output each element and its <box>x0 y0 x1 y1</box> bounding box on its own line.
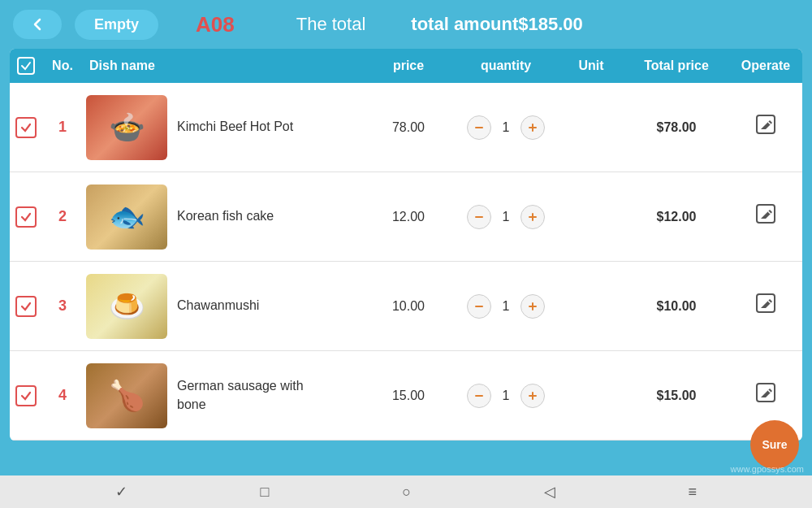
total-label: The total <box>296 14 366 35</box>
operate-cell-2[interactable] <box>729 202 802 231</box>
row-checkbox-1[interactable] <box>10 117 42 138</box>
row-checkbox-3[interactable] <box>10 296 42 317</box>
sure-button[interactable]: Sure <box>750 420 799 469</box>
edit-icon-4[interactable] <box>754 381 777 410</box>
qty-cell-1: 1 <box>453 115 559 140</box>
row-number-3: 3 <box>42 297 83 315</box>
qty-value-2: 1 <box>496 210 516 224</box>
qty-decrease-4[interactable] <box>467 384 491 408</box>
row-checkbox-4[interactable] <box>10 385 42 406</box>
total-price-cell-1: $78.00 <box>624 120 729 135</box>
qty-value-4: 1 <box>496 389 516 403</box>
table-row: 2 🐟 Korean fish cake 12.00 1 $12.00 <box>10 172 802 262</box>
header-operate: Operate <box>729 59 802 73</box>
header-price: price <box>364 59 453 73</box>
food-emoji-2: 🐟 <box>109 200 145 234</box>
header-quantity: quantity <box>453 59 559 73</box>
operate-cell-1[interactable] <box>729 113 802 141</box>
table-row: 1 🍲 Kimchi Beef Hot Pot 78.00 1 $78.00 <box>10 83 802 172</box>
qty-decrease-3[interactable] <box>467 294 491 319</box>
qty-cell-3: 1 <box>453 294 559 319</box>
food-emoji-4: 🍗 <box>109 379 145 413</box>
nav-menu[interactable]: ≡ <box>689 484 698 501</box>
qty-value-3: 1 <box>496 299 516 314</box>
operate-cell-3[interactable] <box>729 292 802 320</box>
qty-value-1: 1 <box>496 120 516 135</box>
food-emoji-1: 🍲 <box>109 111 145 145</box>
row-number-1: 1 <box>42 119 83 136</box>
nav-square[interactable]: □ <box>261 484 270 501</box>
dish-image-4: 🍗 <box>86 363 167 428</box>
table-body: 1 🍲 Kimchi Beef Hot Pot 78.00 1 $78.00 <box>10 83 802 441</box>
order-table: No. Dish name price quantity Unit Total … <box>10 49 802 441</box>
total-price-cell-4: $15.00 <box>624 389 729 403</box>
qty-cell-4: 1 <box>453 384 559 408</box>
dish-image-2: 🐟 <box>86 185 167 250</box>
dish-image-1: 🍲 <box>86 95 167 160</box>
dish-info-3: 🍮 Chawanmushi <box>83 274 364 339</box>
dish-info-2: 🐟 Korean fish cake <box>83 185 364 250</box>
header-no: No. <box>42 59 83 73</box>
header-total-price: Total price <box>624 59 729 73</box>
food-emoji-3: 🍮 <box>109 289 145 323</box>
qty-increase-1[interactable] <box>520 115 545 140</box>
price-cell-3: 10.00 <box>364 299 453 314</box>
table-row: 4 🍗 German sausage with bone 15.00 1 $15… <box>10 351 802 441</box>
row-number-2: 2 <box>42 208 83 225</box>
qty-increase-2[interactable] <box>520 205 545 229</box>
dish-image-3: 🍮 <box>86 274 167 339</box>
price-cell-4: 15.00 <box>364 389 453 403</box>
header-check[interactable] <box>10 57 42 75</box>
total-amount: total amount$185.00 <box>411 14 583 35</box>
bottom-nav: ✓ □ ○ ◁ ≡ <box>0 475 812 508</box>
dish-info-4: 🍗 German sausage with bone <box>83 363 364 428</box>
row-checkbox-2[interactable] <box>10 206 42 228</box>
edit-icon-3[interactable] <box>754 292 777 320</box>
edit-icon-2[interactable] <box>754 202 777 231</box>
operate-cell-4[interactable] <box>729 381 802 410</box>
nav-back[interactable]: ◁ <box>544 483 555 501</box>
nav-circle[interactable]: ○ <box>402 484 411 501</box>
price-cell-1: 78.00 <box>364 120 453 135</box>
watermark: www.gpossys.com <box>731 464 804 474</box>
dish-name-4: German sausage with bone <box>177 377 307 414</box>
total-price-cell-2: $12.00 <box>624 210 729 224</box>
qty-increase-3[interactable] <box>520 294 545 319</box>
edit-icon-1[interactable] <box>754 113 777 141</box>
dish-name-2: Korean fish cake <box>177 207 274 225</box>
total-price-cell-3: $10.00 <box>624 299 729 314</box>
back-button[interactable] <box>13 10 62 39</box>
header-unit: Unit <box>559 59 624 73</box>
price-cell-2: 12.00 <box>364 210 453 224</box>
row-number-4: 4 <box>42 387 83 404</box>
empty-button[interactable]: Empty <box>75 10 158 40</box>
table-row: 3 🍮 Chawanmushi 10.00 1 $10.00 <box>10 262 802 351</box>
dish-name-1: Kimchi Beef Hot Pot <box>177 118 293 136</box>
qty-decrease-1[interactable] <box>467 115 491 140</box>
qty-cell-2: 1 <box>453 205 559 229</box>
qty-increase-4[interactable] <box>520 384 545 408</box>
header-dish: Dish name <box>83 59 364 73</box>
qty-decrease-2[interactable] <box>467 205 491 229</box>
dish-name-3: Chawanmushi <box>177 297 259 315</box>
dish-info-1: 🍲 Kimchi Beef Hot Pot <box>83 95 364 160</box>
table-id: A08 <box>196 12 235 37</box>
nav-check[interactable]: ✓ <box>115 483 127 501</box>
table-header: No. Dish name price quantity Unit Total … <box>10 49 802 83</box>
top-bar: Empty A08 The total total amount$185.00 <box>0 0 812 49</box>
